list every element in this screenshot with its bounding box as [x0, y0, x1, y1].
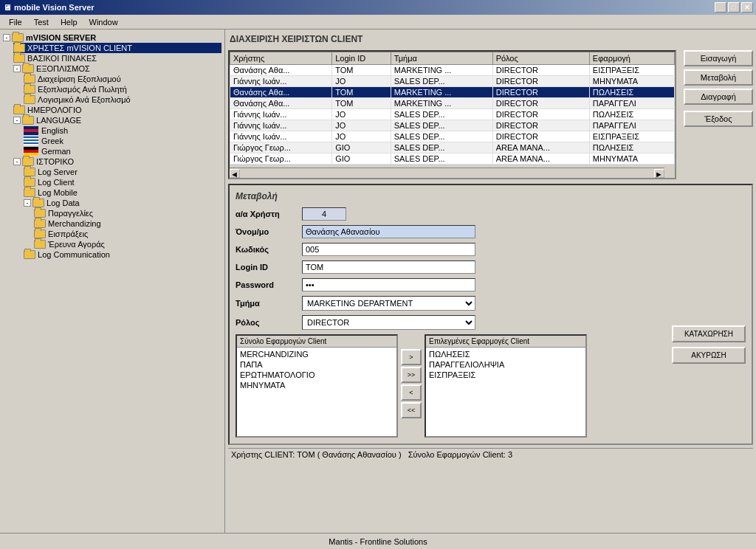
sidebar-item-german[interactable]: German [24, 146, 221, 156]
akyrwsh-button[interactable]: ΑΚΥΡΩΣΗ [672, 347, 746, 364]
tmhma-select[interactable]: MARKETING DEPARTMENT SALES DEPARTMENT [302, 296, 475, 311]
eispraxeis-folder-icon [34, 229, 46, 238]
menu-help[interactable]: Help [55, 16, 83, 28]
menu-window[interactable]: Window [83, 16, 124, 28]
password-input[interactable] [302, 278, 475, 291]
sidebar-item-greek[interactable]: Greek [24, 136, 221, 146]
onoma-input[interactable] [302, 225, 475, 238]
form-row-tmhma: Τμήμα MARKETING DEPARTMENT SALES DEPARTM… [236, 296, 666, 311]
sidebar-paraggелies-label: Παραγγελίες [48, 209, 93, 218]
app-item-mhnymata[interactable]: ΜΗΝΥΜΑΤΑ [238, 380, 395, 390]
sidebar-ereuna-label: Έρευνα Αγοράς [48, 240, 105, 249]
sidebar-item-language[interactable]: - LANGUAGE [13, 115, 221, 125]
aa-input[interactable] [302, 207, 346, 221]
app-item-erwthmato[interactable]: ΕΡΩΤΗΜΑΤΟΛΟΓΙΟ [238, 370, 395, 380]
table-row[interactable]: Γιώργος Γεωρ...GIOSALES DEP...AREA MANA.… [230, 153, 675, 165]
table-row[interactable]: Θανάσης Αθα...TOMMARKETING ...DIRECTORΠΑ… [230, 98, 675, 109]
form-row-kwdikos: Κωδικός [236, 243, 666, 256]
col-xrhsths[interactable]: Χρήστης [230, 52, 332, 65]
table-cell: ΕΙΣΠΡΑΞΕΙΣ [589, 131, 674, 142]
col-efarmogi[interactable]: Εφαρμογή [589, 52, 674, 65]
app-item-merchandizing[interactable]: MERCHANDIZING [238, 349, 395, 359]
sidebar-item-log-mobile[interactable]: Log Mobile [24, 187, 221, 198]
arrow-right-button[interactable]: > [401, 349, 422, 365]
form-row-aa: α/α Χρήστη [236, 207, 666, 221]
root-expand[interactable]: - [3, 34, 10, 41]
exoplismos-expand[interactable]: - [13, 65, 21, 72]
sel-app-eispraxeis[interactable]: ΕΙΣΠΡΑΞΕΙΣ [427, 370, 584, 380]
login-input[interactable] [302, 260, 475, 274]
grid-scroll[interactable]: Χρήστης Login ID Τμήμα Ρόλος Εφαρμογή Θα… [230, 52, 675, 178]
sidebar-item-log-comm[interactable]: Log Communication [24, 249, 221, 260]
hmerologio-folder-icon [13, 106, 25, 114]
sidebar-item-xrhstes[interactable]: ΧΡΗΣΤΕΣ mVISION CLIENT [13, 43, 221, 53]
sidebar-greek-label: Greek [41, 137, 63, 145]
table-row[interactable]: Θανάσης Αθα...TOMMARKETING ...DIRECTORΕΙ… [230, 65, 675, 76]
arrow-right-all-button[interactable]: >> [401, 367, 422, 383]
table-cell: SALES DEP... [391, 131, 492, 142]
hscroll-right[interactable]: ► [654, 169, 664, 178]
sidebar-hmerologio-label: ΗΜΕΡΟΛΟΓΙΟ [27, 106, 81, 114]
table-row[interactable]: Γιάννης Ιωάν...JOSALES DEP...DIRECTORΜΗΝ… [230, 76, 675, 87]
table-row[interactable]: Γιάννης Ιωάν...JOSALES DEP...DIRECTORΕΙΣ… [230, 131, 675, 142]
table-cell: Θανάσης Αθα... [230, 65, 332, 76]
sidebar-item-ereuna[interactable]: Έρευνα Αγοράς [34, 239, 221, 249]
sel-app-polhseis[interactable]: ΠΩΛΗΣΕΙΣ [427, 349, 584, 359]
hscroll-left[interactable]: ◄ [230, 169, 240, 178]
arrow-left-button[interactable]: < [401, 384, 422, 401]
sidebar-item-hmerologio[interactable]: ΗΜΕΡΟΛΟΓΙΟ [13, 105, 221, 115]
arrow-left-all-button[interactable]: << [401, 402, 422, 418]
grid-container: Χρήστης Login ID Τμήμα Ρόλος Εφαρμογή Θα… [228, 50, 676, 179]
sidebar-item-exoplismos[interactable]: - ΕΞΟΠΛΙΣΜΟΣ [13, 63, 221, 74]
form-row-onoma: Όνομ/μο [236, 225, 666, 238]
table-row[interactable]: Γιώργος Γεωρ...GIOSALES DEP...AREA MANA.… [230, 142, 675, 153]
sidebar-item-paraggелies[interactable]: Παραγγελίες [34, 208, 221, 218]
apps-available-title: Σύνολο Εφαρμογών Client [237, 336, 396, 348]
rolos-select[interactable]: DIRECTOR AREA MANAGER [302, 315, 475, 330]
col-tmhma[interactable]: Τμήμα [391, 52, 492, 65]
eisagogi-button[interactable]: Εισαγωγή [684, 50, 753, 66]
table-row[interactable]: Γιάννης Ιωάν...JOSALES DEP...DIRECTORΠΩΛ… [230, 109, 675, 120]
menu-test[interactable]: Test [28, 16, 55, 28]
log-data-expand[interactable]: - [24, 199, 31, 207]
sidebar-item-exoplismos-ana[interactable]: Εξοπλισμός Ανά Πωλητή [24, 84, 221, 94]
sidebar-item-log-server[interactable]: Log Server [24, 167, 221, 177]
diagrafi-button[interactable]: Διαγραφή [684, 89, 753, 105]
sidebar-item-english[interactable]: English [24, 125, 221, 136]
metavoli-button[interactable]: Μεταβολή [684, 69, 753, 86]
maximize-button[interactable]: □ [728, 2, 740, 13]
close-button[interactable]: ✕ [741, 2, 753, 13]
sidebar-item-log-client[interactable]: Log Client [24, 177, 221, 187]
sidebar-item-istoriko[interactable]: - ΙΣΤΟΡΙΚΟ [13, 156, 221, 167]
exodos-button[interactable]: Έξοδος [684, 111, 753, 127]
sidebar-item-diaxeirish[interactable]: Διαχείριση Εξοπλισμού [24, 74, 221, 84]
sidebar-item-logismiko[interactable]: Λογισμικό Ανά Εξοπλισμό [24, 94, 221, 105]
language-expand[interactable]: - [13, 117, 21, 124]
kwdikos-input[interactable] [302, 243, 475, 256]
sidebar-root[interactable]: - mVISION SERVER [3, 32, 221, 43]
table-cell: DIRECTOR [492, 109, 589, 120]
menu-file[interactable]: File [3, 16, 28, 28]
status-text: Mantis - Frontline Solutions [6, 537, 750, 546]
sidebar-item-log-data[interactable]: - Log Data [24, 198, 221, 208]
table-cell: DIRECTOR [492, 76, 589, 87]
minimize-button[interactable]: _ [715, 2, 726, 13]
sidebar-item-merchandizing[interactable]: Merchandizing [34, 218, 221, 229]
sidebar-item-vasikoi[interactable]: ΒΑΣΙΚΟΙ ΠΙΝΑΚΕΣ [13, 53, 221, 63]
merchandizing-folder-icon [34, 219, 46, 228]
col-login[interactable]: Login ID [332, 52, 391, 65]
paraggелies-folder-icon [34, 209, 46, 218]
users-table: Χρήστης Login ID Τμήμα Ρόλος Εφαρμογή Θα… [230, 52, 675, 165]
istoriko-expand[interactable]: - [13, 158, 21, 165]
col-rolos[interactable]: Ρόλος [492, 52, 589, 65]
sel-app-paraggelia[interactable]: ΠΑΡΑΓΓΕΛΙΟΛΗΨΙΑ [427, 359, 584, 370]
app-item-papa[interactable]: ΠΑΠΑ [238, 359, 395, 370]
client-label: Χρήστης CLIENT: [231, 450, 295, 459]
table-row[interactable]: Γιάννης Ιωάν...JOSALES DEP...DIRECTORΠΑΡ… [230, 120, 675, 131]
kataxwrhsh-button[interactable]: ΚΑΤΑΧΩΡΗΣΗ [672, 325, 746, 342]
sidebar-item-eispraxeis[interactable]: Εισπράξεις [34, 229, 221, 239]
sidebar-log-server-label: Log Server [38, 168, 78, 176]
sidebar-german-label: German [41, 147, 71, 156]
table-cell: AREA MANA... [492, 153, 589, 165]
table-row[interactable]: Θανάσης Αθα...TOMMARKETING ...DIRECTORΠΩ… [230, 87, 675, 98]
